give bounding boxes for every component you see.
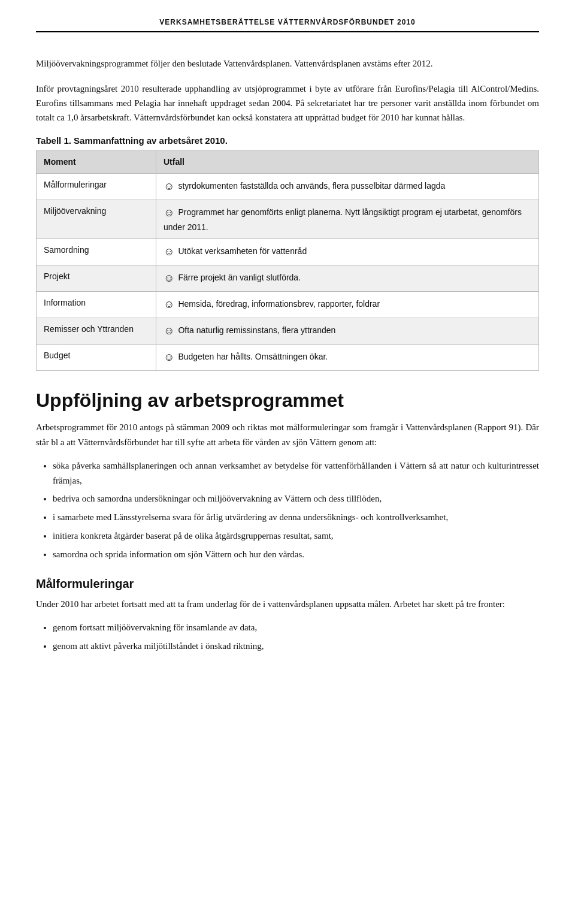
- section1-heading: Uppföljning av arbetsprogrammet: [36, 389, 539, 412]
- summary-table: Moment Utfall Målformuleringar☺styrdokum…: [36, 150, 539, 371]
- intro-paragraph-2: Inför provtagningsåret 2010 resulterade …: [36, 81, 539, 125]
- section1-bullet-3: initiera konkreta åtgärder baserat på de…: [53, 529, 539, 543]
- utfall-text-0: styrdokumenten fastställda och används, …: [178, 181, 445, 191]
- page-container: VERKSAMHETSBERÄTTELSE VÄTTERNVÅRDSFÖRBUN…: [0, 0, 575, 698]
- table-row-moment-3: Projekt: [37, 265, 156, 292]
- section1-bullet-0: söka påverka samhällsplaneringen och ann…: [53, 458, 539, 488]
- utfall-text-6: Budgeten har hållts. Omsättningen ökar.: [178, 352, 328, 361]
- smiley-icon-2: ☺: [164, 246, 174, 258]
- utfall-text-1: Programmet har genomförts enligt planern…: [164, 207, 522, 232]
- table-row-moment-6: Budget: [37, 345, 156, 371]
- section2-heading: Målformuleringar: [36, 577, 539, 591]
- col-header-moment: Moment: [37, 151, 156, 174]
- col-header-utfall: Utfall: [156, 151, 539, 174]
- section1-bullets: söka påverka samhällsplaneringen och ann…: [53, 458, 539, 562]
- table-row-utfall-6: ☺Budgeten har hållts. Omsättningen ökar.: [156, 345, 539, 371]
- utfall-text-4: Hemsida, föredrag, informationsbrev, rap…: [178, 299, 380, 309]
- section2-bullet-1: genom att aktivt påverka miljötillstånde…: [53, 639, 539, 654]
- table-row-utfall-4: ☺Hemsida, föredrag, informationsbrev, ra…: [156, 292, 539, 318]
- smiley-icon-6: ☺: [164, 351, 174, 363]
- utfall-text-2: Utökat verksamheten för vattenråd: [178, 246, 307, 256]
- table-row-moment-2: Samordning: [37, 239, 156, 265]
- smiley-icon-1: ☺: [164, 207, 174, 219]
- smiley-icon-0: ☺: [164, 180, 174, 192]
- section2-body1: Under 2010 har arbetet fortsatt med att …: [36, 597, 539, 612]
- table-row-moment-4: Information: [37, 292, 156, 318]
- smiley-icon-3: ☺: [164, 272, 174, 284]
- section1-bullet-2: i samarbete med Länsstyrelserna svara fö…: [53, 510, 539, 525]
- section2-bullet-0: genom fortsatt miljöövervakning för insa…: [53, 620, 539, 635]
- table-row-moment-0: Målformuleringar: [37, 174, 156, 200]
- section1-bullet-4: samordna och sprida information om sjön …: [53, 547, 539, 562]
- intro-paragraph-1: Miljöövervakningsprogrammet följer den b…: [36, 56, 539, 71]
- table-row-moment-1: Miljöövervakning: [37, 200, 156, 239]
- section1-bullet-1: bedriva och samordna undersökningar och …: [53, 491, 539, 506]
- smiley-icon-5: ☺: [164, 325, 174, 337]
- table-row-utfall-3: ☺Färre projekt än vanligt slutförda.: [156, 265, 539, 292]
- smiley-icon-4: ☺: [164, 298, 174, 310]
- utfall-text-3: Färre projekt än vanligt slutförda.: [178, 273, 301, 282]
- table-row-utfall-0: ☺styrdokumenten fastställda och används,…: [156, 174, 539, 200]
- table-row-utfall-5: ☺Ofta naturlig remissinstans, flera yttr…: [156, 318, 539, 345]
- utfall-text-5: Ofta naturlig remissinstans, flera yttra…: [178, 325, 335, 335]
- table-row-utfall-2: ☺Utökat verksamheten för vattenråd: [156, 239, 539, 265]
- table-row-utfall-1: ☺Programmet har genomförts enligt planer…: [156, 200, 539, 239]
- section2-bullets: genom fortsatt miljöövervakning för insa…: [53, 620, 539, 654]
- page-header: VERKSAMHETSBERÄTTELSE VÄTTERNVÅRDSFÖRBUN…: [36, 18, 539, 32]
- section1-body1: Arbetsprogrammet för 2010 antogs på stäm…: [36, 420, 539, 450]
- header-title: VERKSAMHETSBERÄTTELSE VÄTTERNVÅRDSFÖRBUN…: [159, 18, 415, 26]
- table-title: Tabell 1. Sammanfattning av arbetsåret 2…: [36, 135, 539, 146]
- table-row-moment-5: Remisser och Yttranden: [37, 318, 156, 345]
